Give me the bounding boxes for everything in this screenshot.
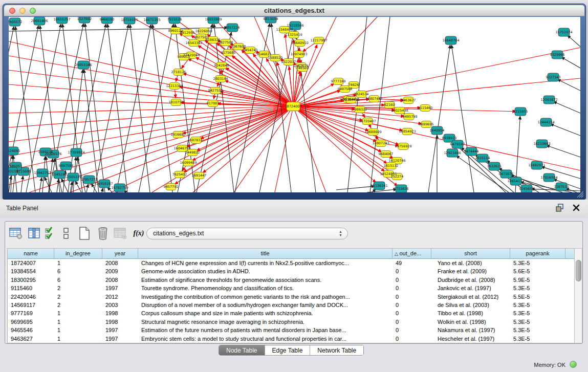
table-cell[interactable]: Dudbridge et al. (2008) bbox=[431, 276, 510, 284]
column-header-pagerank[interactable]: pagerank bbox=[510, 249, 565, 259]
table-cell[interactable]: 5.3E-5 bbox=[510, 326, 565, 334]
select-all-icon[interactable] bbox=[43, 226, 58, 241]
table-cell[interactable]: Jankovic et al. (1997) bbox=[431, 284, 510, 292]
table-cell[interactable]: 1997 bbox=[102, 284, 138, 292]
table-cell[interactable]: 5.3E-5 bbox=[510, 318, 565, 326]
table-row[interactable]: 1830029562008Estimation of significance … bbox=[8, 276, 575, 284]
table-cell[interactable]: 2012 bbox=[102, 293, 138, 301]
table-cell[interactable]: 0 bbox=[393, 293, 431, 301]
table-cell[interactable]: 1 bbox=[54, 259, 102, 267]
table-cell[interactable]: 1998 bbox=[102, 318, 138, 326]
table-cell[interactable]: 9463627 bbox=[8, 335, 54, 343]
table-cell[interactable]: 1 bbox=[54, 335, 102, 343]
table-cell[interactable]: Investigating the contribution of common… bbox=[138, 293, 393, 301]
table-cell[interactable]: 5.3E-5 bbox=[510, 284, 565, 292]
table-cell[interactable]: 49 bbox=[393, 259, 431, 267]
table-cell[interactable]: Tibbo et al. (1998) bbox=[431, 309, 510, 317]
table-cell[interactable]: 5.3E-5 bbox=[510, 309, 565, 317]
close-panel-icon[interactable] bbox=[573, 204, 580, 211]
tab-edge-table[interactable]: Edge Table bbox=[265, 345, 310, 355]
column-header-out_de[interactable]: △ out_de... bbox=[393, 249, 431, 259]
table-cell[interactable]: Genome-wide association studies in ADHD. bbox=[138, 267, 393, 275]
table-cell[interactable]: Embryonic stem cells: a model to study s… bbox=[138, 335, 393, 343]
table-cell[interactable]: 1997 bbox=[102, 326, 138, 334]
table-cell[interactable]: 6 bbox=[54, 267, 102, 275]
select-columns-icon[interactable] bbox=[27, 226, 42, 241]
network-canvas[interactable]: 1872400789601228912955182260589827503818… bbox=[9, 17, 580, 192]
table-cell[interactable]: 9699695 bbox=[8, 318, 54, 326]
table-cell[interactable]: 2 bbox=[54, 301, 102, 309]
table-row[interactable]: 1938455462009Genome-wide association stu… bbox=[8, 267, 575, 275]
network-window-titlebar[interactable]: citations_edges.txt bbox=[4, 5, 584, 16]
table-cell[interactable]: Structural magnetic resonance image aver… bbox=[138, 318, 393, 326]
table-cell[interactable]: Wolkin et al. (1998) bbox=[431, 318, 510, 326]
table-cell[interactable]: Stergiakouli et al. (2012) bbox=[431, 293, 510, 301]
table-cell[interactable]: 9115460 bbox=[8, 284, 54, 292]
table-cell[interactable]: Estimation of significance thresholds fo… bbox=[138, 276, 393, 284]
table-cell[interactable]: 18724007 bbox=[8, 259, 54, 267]
table-cell[interactable]: 2008 bbox=[102, 259, 138, 267]
table-cell[interactable]: Estimation of the future numbers of pati… bbox=[138, 326, 393, 334]
minimize-button[interactable] bbox=[19, 8, 26, 14]
table-cell[interactable]: 5.3E-5 bbox=[510, 259, 565, 267]
table-row[interactable]: 969969511998Structural magnetic resonanc… bbox=[8, 318, 575, 326]
table-cell[interactable]: 2003 bbox=[102, 301, 138, 309]
table-cell[interactable]: 19384554 bbox=[8, 267, 54, 275]
table-cell[interactable]: Disruption of a novel member of a sodium… bbox=[138, 301, 393, 309]
table-cell[interactable]: 1997 bbox=[102, 335, 138, 343]
table-cell[interactable]: 5.3E-5 bbox=[510, 301, 565, 309]
table-cell[interactable]: 14569117 bbox=[8, 301, 54, 309]
table-cell[interactable]: de Silva et al. (2003) bbox=[431, 301, 510, 309]
table-row[interactable]: 2242004622012Investigating the contribut… bbox=[8, 293, 575, 301]
table-cell[interactable]: 0 bbox=[393, 267, 431, 275]
column-header-in_degree[interactable]: in_degree bbox=[54, 249, 102, 259]
table-cell[interactable]: 2 bbox=[54, 284, 102, 292]
table-cell[interactable]: 0 bbox=[393, 309, 431, 317]
delete-column-icon[interactable] bbox=[95, 226, 111, 241]
column-header-title[interactable]: title bbox=[138, 249, 393, 259]
table-cell[interactable]: Yano et al. (2008) bbox=[431, 259, 510, 267]
table-cell[interactable]: 9465546 bbox=[8, 326, 54, 334]
table-cell[interactable]: 0 bbox=[393, 335, 431, 343]
column-header-short[interactable]: short bbox=[431, 249, 510, 259]
tab-node-table[interactable]: Node Table bbox=[219, 345, 265, 355]
table-scrollbar[interactable] bbox=[574, 248, 582, 343]
table-row[interactable]: 1456911722003Disruption of a novel membe… bbox=[8, 301, 575, 309]
table-row[interactable]: 946362711997Embryonic stem cells: a mode… bbox=[8, 335, 575, 343]
column-header-year[interactable]: year bbox=[102, 249, 138, 259]
table-cell[interactable]: 9777169 bbox=[8, 309, 54, 317]
table-cell[interactable]: 1 bbox=[54, 318, 102, 326]
table-mode-icon[interactable] bbox=[8, 226, 24, 241]
table-cell[interactable]: 18300295 bbox=[8, 276, 54, 284]
table-cell[interactable]: 1998 bbox=[102, 309, 138, 317]
table-cell[interactable]: 0 bbox=[393, 301, 431, 309]
table-cell[interactable]: 2 bbox=[54, 293, 102, 301]
table-cell[interactable]: 0 bbox=[393, 318, 431, 326]
deselect-all-icon[interactable] bbox=[58, 226, 74, 241]
float-panel-icon[interactable] bbox=[556, 204, 564, 212]
table-cell[interactable]: 5.9E-5 bbox=[510, 276, 565, 284]
new-column-icon[interactable] bbox=[77, 226, 92, 241]
table-cell[interactable]: 0 bbox=[393, 326, 431, 334]
table-cell[interactable]: Tourette syndrome. Phenomenology and cla… bbox=[138, 284, 393, 292]
table-cell[interactable]: 2008 bbox=[102, 276, 138, 284]
table-cell[interactable]: 1 bbox=[54, 309, 102, 317]
table-cell[interactable]: 6 bbox=[54, 276, 102, 284]
table-scrollbar-thumb[interactable] bbox=[576, 260, 581, 281]
table-select-dropdown[interactable]: citations_edges.txt ▲▼ bbox=[146, 228, 348, 239]
zoom-button[interactable] bbox=[30, 8, 36, 14]
function-builder-icon[interactable]: f(x) bbox=[131, 226, 146, 241]
table-cell[interactable]: Nakamura et al. (1997) bbox=[431, 326, 510, 334]
table-cell[interactable]: Franke et al. (2009) bbox=[431, 267, 510, 275]
table-row[interactable]: 977716911998Corpus callosum shape and si… bbox=[8, 309, 575, 317]
memory-status-indicator[interactable] bbox=[570, 361, 577, 368]
close-button[interactable] bbox=[9, 8, 15, 14]
resize-grip-icon[interactable] bbox=[576, 191, 583, 198]
table-cell[interactable]: 22420046 bbox=[8, 293, 54, 301]
table-cell[interactable]: 2009 bbox=[102, 267, 138, 275]
table-cell[interactable]: 1 bbox=[54, 326, 102, 334]
table-cell[interactable]: Changes of HCN gene expression and I(f) … bbox=[138, 259, 393, 267]
table-cell[interactable]: Hescheler et al. (1997) bbox=[431, 335, 510, 343]
column-header-name[interactable]: name bbox=[8, 249, 54, 259]
table-cell[interactable]: Corpus callosum shape and size in male p… bbox=[138, 309, 393, 317]
